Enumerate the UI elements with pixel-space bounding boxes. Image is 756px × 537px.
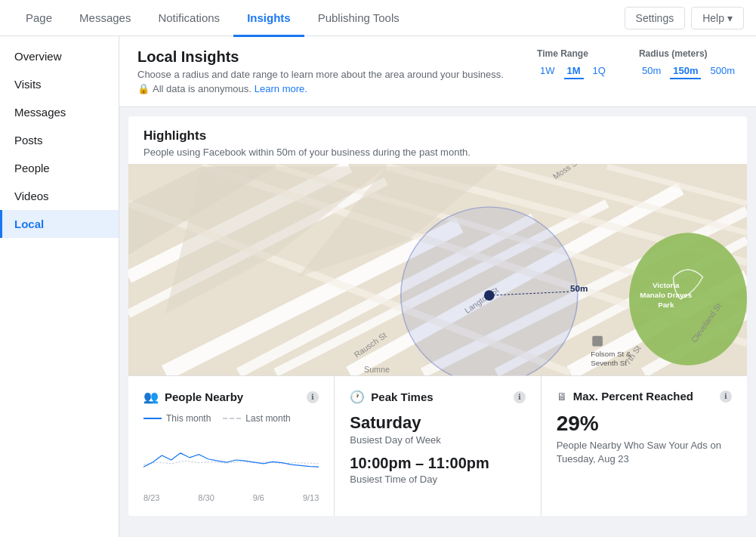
highlights-title: Highlights — [143, 128, 732, 144]
tab-publishing-tools[interactable]: Publishing Tools — [304, 1, 413, 37]
svg-text:Manalo Draves: Manalo Draves — [640, 291, 692, 299]
sidebar: Overview Visits Messages Posts People Vi… — [0, 36, 119, 537]
date-4: 9/13 — [303, 493, 319, 502]
people-nearby-card: 👥 People Nearby ℹ This month Last month — [128, 376, 335, 516]
legend-last-month: Last month — [223, 413, 290, 424]
sidebar-item-local[interactable]: Local — [0, 210, 119, 238]
svg-rect-33 — [592, 336, 603, 347]
legend-last-month-label: Last month — [245, 413, 290, 424]
peak-times-card: 🕐 Peak Times ℹ Saturday Busiest Day of W… — [335, 376, 541, 516]
sidebar-item-posts[interactable]: Posts — [0, 126, 119, 154]
insights-header: Local Insights Choose a radius and date … — [119, 36, 756, 107]
radius-label: Radius (meters) — [639, 48, 738, 59]
sidebar-item-messages[interactable]: Messages — [0, 98, 119, 126]
people-nearby-title-row: 👥 People Nearby — [143, 390, 243, 404]
max-percent-title: Max. Percent Reached — [573, 390, 693, 403]
peak-times-title: Peak Times — [371, 390, 433, 403]
lock-icon: 🔒 — [137, 83, 150, 94]
browser-icon: 🖥 — [557, 390, 567, 403]
learn-more-link[interactable]: Learn more. — [255, 83, 307, 94]
insights-subtitle: Choose a radius and date range to learn … — [137, 69, 504, 80]
svg-text:Folsom St &: Folsom St & — [591, 350, 631, 358]
chart-dates: 8/23 8/30 9/6 9/13 — [143, 493, 319, 502]
svg-text:Victoria: Victoria — [653, 281, 680, 289]
insights-header-left: Local Insights Choose a radius and date … — [137, 48, 504, 94]
svg-text:50m: 50m — [570, 283, 588, 293]
main-content: Local Insights Choose a radius and date … — [119, 36, 756, 537]
legend-line-blue — [143, 418, 162, 419]
max-percent-description: People Nearby Who Saw Your Ads on Tuesda… — [557, 439, 732, 466]
time-range-options: 1W 1M 1Q — [537, 63, 609, 79]
clock-icon: 🕐 — [350, 390, 365, 404]
svg-text:Sumne: Sumne — [364, 365, 390, 374]
sidebar-item-people[interactable]: People — [0, 154, 119, 182]
insights-anon: 🔒 All data is anonymous. Learn more. — [137, 83, 504, 94]
peak-times-header: 🕐 Peak Times ℹ — [350, 390, 525, 404]
time-range-section: Time Range 1W 1M 1Q Radius (meters) 50m … — [537, 48, 738, 79]
map-container[interactable]: Victoria Manalo Draves Park Moss St Raus… — [128, 164, 747, 375]
radius-control: Radius (meters) 50m 150m 500m — [639, 48, 738, 79]
people-icon: 👥 — [143, 390, 159, 404]
chart-area — [143, 430, 319, 490]
settings-button[interactable]: Settings — [625, 7, 686, 29]
legend-this-month: This month — [143, 413, 211, 424]
time-range-control: Time Range 1W 1M 1Q — [537, 48, 609, 79]
max-percent-header: 🖥 Max. Percent Reached ℹ — [557, 390, 732, 403]
time-range-label: Time Range — [537, 48, 609, 59]
help-label: Help — [702, 12, 724, 24]
help-button[interactable]: Help ▾ — [691, 7, 744, 29]
chevron-down-icon: ▾ — [727, 12, 733, 24]
peak-day-label: Busiest Day of Week — [350, 434, 525, 446]
time-range-1q[interactable]: 1Q — [590, 63, 609, 79]
main-layout: Overview Visits Messages Posts People Vi… — [0, 36, 756, 537]
chart-legend: This month Last month — [143, 413, 319, 424]
insights-title: Local Insights — [137, 48, 504, 66]
max-percent-title-row: 🖥 Max. Percent Reached — [557, 390, 693, 403]
highlights-header: Highlights People using Facebook within … — [128, 116, 747, 164]
highlights-subtitle: People using Facebook within 50m of your… — [143, 147, 732, 158]
max-percent-card: 🖥 Max. Percent Reached ℹ 29% People Near… — [542, 376, 747, 516]
sidebar-item-overview[interactable]: Overview — [0, 42, 119, 70]
peak-times-info-icon[interactable]: ℹ — [514, 391, 526, 403]
tab-messages[interactable]: Messages — [66, 1, 144, 37]
legend-this-month-label: This month — [166, 413, 211, 424]
date-3: 9/6 — [253, 493, 264, 502]
legend-line-gray — [223, 418, 241, 419]
svg-text:Seventh St: Seventh St — [591, 359, 627, 367]
peak-times-title-row: 🕐 Peak Times — [350, 390, 433, 404]
cards-row: 👥 People Nearby ℹ This month Last month — [128, 375, 747, 516]
people-nearby-header: 👥 People Nearby ℹ — [143, 390, 319, 404]
tab-page[interactable]: Page — [12, 1, 66, 37]
people-nearby-info-icon[interactable]: ℹ — [307, 391, 319, 403]
peak-time: 10:00pm – 11:00pm — [350, 455, 525, 472]
date-1: 8/23 — [143, 493, 159, 502]
max-percent-value: 29% — [557, 412, 732, 436]
radius-150m[interactable]: 150m — [670, 63, 701, 79]
highlights-section: Highlights People using Facebook within … — [128, 116, 747, 516]
tab-insights[interactable]: Insights — [233, 1, 304, 37]
radius-50m[interactable]: 50m — [639, 63, 664, 79]
map-svg: Victoria Manalo Draves Park Moss St Raus… — [128, 164, 747, 375]
tab-notifications[interactable]: Notifications — [144, 1, 233, 37]
date-2: 8/30 — [198, 493, 214, 502]
peak-day: Saturday — [350, 413, 525, 433]
top-nav-right: Settings Help ▾ — [625, 7, 744, 29]
anon-text: All data is anonymous. — [153, 83, 251, 94]
sidebar-item-videos[interactable]: Videos — [0, 182, 119, 210]
time-range-1w[interactable]: 1W — [537, 63, 558, 79]
top-navigation: Page Messages Notifications Insights Pub… — [0, 0, 756, 36]
radius-options: 50m 150m 500m — [639, 63, 738, 79]
peak-time-label: Busiest Time of Day — [350, 474, 525, 485]
people-nearby-title: People Nearby — [165, 390, 243, 403]
time-range-1m[interactable]: 1M — [564, 63, 584, 79]
svg-text:Park: Park — [658, 301, 674, 309]
radius-500m[interactable]: 500m — [707, 63, 738, 79]
sidebar-item-visits[interactable]: Visits — [0, 70, 119, 98]
max-percent-info-icon[interactable]: ℹ — [720, 390, 732, 403]
